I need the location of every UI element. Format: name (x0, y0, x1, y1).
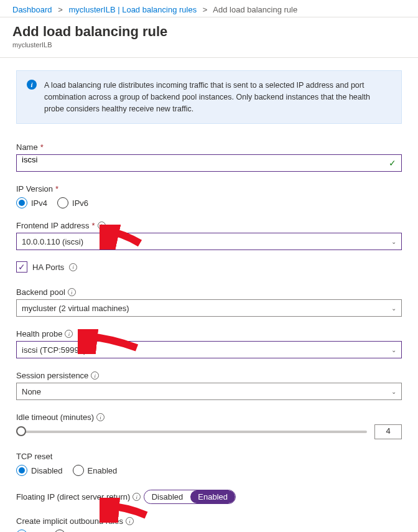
field-idle: Idle timeout (minutes) i 4 (16, 411, 402, 439)
frontend-select[interactable]: 10.0.0.110 (iscsi) ⌄ (16, 233, 402, 250)
chevron-down-icon: ⌄ (391, 388, 396, 395)
session-select[interactable]: None ⌄ (16, 383, 402, 400)
backend-value: mycluster (2 virtual machines) (22, 304, 129, 313)
floating-disabled[interactable]: Disabled (144, 490, 191, 503)
ipversion-label: IP Version * (16, 184, 58, 194)
field-session: Session persistence i None ⌄ (16, 370, 402, 400)
breadcrumb-sep: > (58, 5, 63, 14)
name-input[interactable] (22, 155, 384, 164)
radio-outbound-yes[interactable]: Yes (16, 530, 44, 532)
info-icon[interactable]: i (126, 517, 134, 525)
radio-tcp-disabled[interactable]: Disabled (16, 465, 63, 476)
info-icon[interactable]: i (96, 413, 104, 421)
floating-label: Floating IP (direct server return) i (16, 492, 141, 502)
field-floating: Floating IP (direct server return) i Dis… (16, 487, 402, 504)
checkbox-box: ✓ (16, 261, 27, 273)
breadcrumb: Dashboard > myclusterILB | Load balancin… (0, 0, 418, 17)
floating-enabled[interactable]: Enabled (190, 490, 235, 503)
field-frontend: Frontend IP address * i 10.0.0.110 (iscs… (16, 220, 402, 250)
probe-label: Health probe i (16, 329, 73, 338)
floating-toggle[interactable]: Disabled Enabled (144, 490, 236, 504)
info-icon: i (27, 80, 37, 90)
outbound-label: Create implicit outbound rules i (16, 516, 134, 526)
info-icon[interactable]: i (98, 222, 106, 230)
slider-thumb[interactable] (16, 426, 26, 436)
idle-value[interactable]: 4 (374, 424, 402, 439)
frontend-label: Frontend IP address * i (16, 221, 106, 230)
backend-label: Backend pool i (16, 287, 76, 297)
backend-select[interactable]: mycluster (2 virtual machines) ⌄ (16, 299, 402, 317)
idle-label: Idle timeout (minutes) i (16, 413, 104, 422)
tcp-label: TCP reset (16, 452, 52, 461)
breadcrumb-current: Add load balancing rule (213, 5, 297, 14)
radio-tcp-enabled[interactable]: Enabled (73, 465, 118, 476)
chevron-down-icon: ⌄ (391, 347, 396, 353)
idle-slider[interactable] (16, 431, 367, 433)
page-header: Add load balancing rule myclusterILB (0, 17, 418, 58)
breadcrumb-sep: > (203, 5, 208, 14)
probe-select[interactable]: iscsi (TCP:59998) ⌄ (16, 341, 402, 358)
info-icon[interactable]: i (132, 493, 141, 501)
info-icon[interactable]: i (69, 263, 77, 271)
info-icon[interactable]: i (91, 371, 99, 380)
breadcrumb-ilb[interactable]: myclusterILB | Load balancing rules (68, 5, 197, 14)
breadcrumb-dashboard[interactable]: Dashboard (12, 5, 52, 14)
session-value: None (22, 387, 41, 396)
name-label: Name * (16, 142, 44, 152)
ha-ports-checkbox[interactable]: ✓ HA Ports i (16, 261, 402, 273)
field-probe: Health probe i iscsi (TCP:59998) ⌄ (16, 328, 402, 358)
field-name: Name * ✓ (16, 141, 402, 172)
frontend-value: 10.0.0.110 (iscsi) (22, 237, 83, 246)
radio-ipv6[interactable]: IPv6 (57, 197, 88, 208)
field-outbound: Create implicit outbound rules i Yes No (16, 515, 402, 532)
info-icon[interactable]: i (65, 330, 73, 338)
info-icon[interactable]: i (68, 288, 76, 296)
form-content: i A load balancing rule distributes inco… (0, 58, 418, 532)
field-ipversion: IP Version * IPv4 IPv6 (16, 183, 402, 208)
info-text: A load balancing rule distributes incomi… (44, 80, 391, 114)
chevron-down-icon: ⌄ (391, 305, 396, 312)
chevron-down-icon: ⌄ (391, 238, 396, 245)
session-label: Session persistence i (16, 371, 99, 380)
check-icon: ✓ (389, 158, 396, 168)
field-backend: Backend pool i mycluster (2 virtual mach… (16, 286, 402, 317)
radio-outbound-no[interactable]: No (54, 530, 80, 532)
page-subtitle: myclusterILB (12, 41, 406, 49)
page-title: Add load balancing rule (12, 24, 406, 40)
field-tcp: TCP reset Disabled Enabled (16, 450, 402, 476)
name-input-wrapper: ✓ (16, 154, 402, 172)
ha-ports-label: HA Ports (32, 263, 64, 272)
probe-value: iscsi (TCP:59998) (22, 345, 86, 355)
info-callout: i A load balancing rule distributes inco… (16, 70, 402, 124)
radio-ipv4[interactable]: IPv4 (16, 197, 47, 208)
